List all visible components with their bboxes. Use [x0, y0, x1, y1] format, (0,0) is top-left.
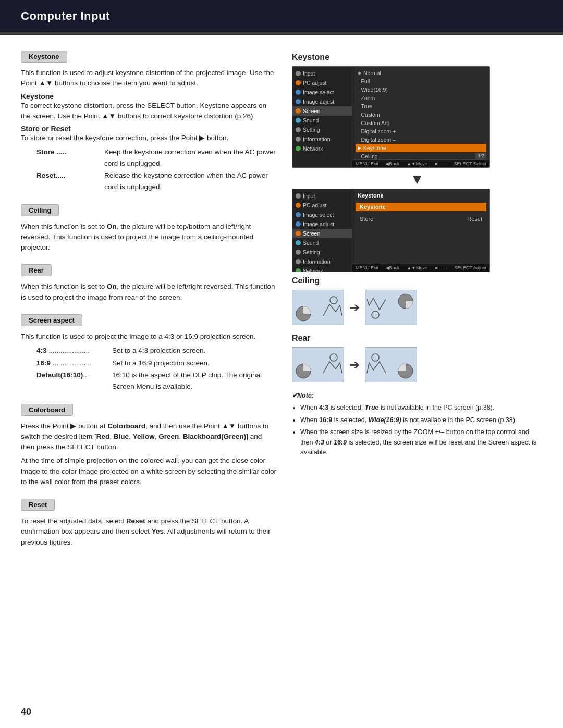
aspect-4x3-text: Set to a 4:3 projection screen. — [112, 345, 205, 356]
ceiling-diagram-section: Ceiling ➔ — [292, 276, 542, 325]
colorboard-badge: Colorboard — [21, 404, 73, 416]
s2-imageadjust-label: Image adjust — [303, 221, 334, 227]
sidebar-screen-label: Screen — [303, 108, 320, 114]
rear-section: Rear When this function is set to On, th… — [21, 264, 276, 303]
keystone-section: Keystone This function is used to adjust… — [21, 51, 276, 193]
sidebar-imageselect: Image select — [292, 88, 352, 97]
screen-aspect-section: Screen aspect This function is used to p… — [21, 314, 276, 392]
main-content: Keystone This function is used to adjust… — [0, 35, 563, 575]
sidebar-network: Network — [292, 144, 352, 153]
menu-item-customadj: Custom Adj. — [356, 119, 486, 127]
menu-sidebar-2: Input PC adjust Image select Image adjus… — [292, 189, 352, 272]
sidebar-2-sound: Sound — [292, 238, 352, 248]
ceiling-after-diagram — [365, 290, 417, 325]
menu-bottom-bar-1: MENU Exit ◀Back ▲▼Move ►----- SELECT Sel… — [352, 159, 489, 167]
reset-para: To reset the adjusted data, select Reset… — [21, 516, 276, 548]
store-reset-label: Store or Reset — [21, 125, 276, 133]
aspect-4x3-row: 4:3 ..................... Set to a 4:3 p… — [36, 345, 276, 356]
keystone-sub-label: Keystone — [21, 92, 276, 101]
colorboard-para-2: At the time of simple projection on the … — [21, 455, 276, 487]
sidebar-2-screen: Screen — [292, 229, 352, 238]
menu-page-num: 1/2 — [475, 153, 486, 159]
menu-item-full: Full — [356, 77, 486, 85]
s2-bottom-arrow: ►----- — [435, 265, 447, 270]
note-item-3: When the screen size is resized by the Z… — [300, 427, 542, 458]
aspect-default-label: Default(16:10).... — [36, 369, 112, 392]
store-row: Store ..... Keep the keystone correction… — [36, 146, 276, 169]
note-item-1: When 4:3 is selected, True is not availa… — [300, 403, 542, 413]
store-label: Store ..... — [36, 146, 104, 169]
reset-label: Reset..... — [36, 170, 104, 192]
ceiling-section: Ceiling When this function is set to On,… — [21, 204, 276, 253]
s2-imageselect-icon — [296, 212, 301, 217]
store-reset-points: Store ..... Keep the keystone correction… — [21, 146, 276, 192]
network-icon — [296, 146, 301, 151]
imageadjust-icon — [296, 99, 301, 104]
s2-imageselect-label: Image select — [303, 212, 334, 218]
ceiling-diagram-row: ➔ — [292, 290, 542, 325]
sidebar-2-input: Input — [292, 191, 352, 201]
sub-menu-header-label: Keystone — [356, 191, 486, 200]
sub-menu-store: Store — [360, 216, 373, 222]
ceiling-arrow-icon: ➔ — [349, 300, 360, 315]
s2-bottom-exit: MENU Exit — [356, 265, 378, 270]
screen-aspect-para: This function is used to project the ima… — [21, 331, 276, 342]
s2-pcadjust-icon — [296, 203, 301, 208]
note-box: ✔Note: When 4:3 is selected, True is not… — [292, 391, 542, 458]
menu-item-dzoomplus: Digital zoom + — [356, 127, 486, 135]
colorboard-section: Colorboard Press the Point ▶ button at C… — [21, 404, 276, 488]
menu-sidebar-1: Input PC adjust Image select Image adjus… — [292, 67, 352, 167]
menu-item-zoom: Zoom — [356, 94, 486, 102]
sidebar-setting: Setting — [292, 125, 352, 134]
sidebar-2-imageadjust: Image adjust — [292, 219, 352, 229]
sidebar-information: Information — [292, 134, 352, 144]
sidebar-2-network: Network — [292, 266, 352, 272]
sidebar-pcadjust-label: PC adjust — [303, 80, 327, 86]
pcadjust-icon — [296, 80, 301, 85]
sidebar-2-imageselect: Image select — [292, 210, 352, 219]
s2-imageadjust-icon — [296, 221, 301, 227]
screen-icon — [296, 108, 301, 114]
s2-screen-icon — [296, 231, 301, 236]
sidebar-setting-label: Setting — [303, 127, 320, 133]
store-text: Keep the keystone correction even when t… — [104, 146, 276, 169]
page-title: Computer Input — [21, 9, 542, 23]
rear-right-title: Rear — [292, 334, 542, 343]
reset-badge: Reset — [21, 499, 55, 511]
menu-item-custom: Custom — [356, 110, 486, 119]
sidebar-screen: Screen — [292, 106, 352, 116]
sub-menu-content: Keystone Keystone Store Reset MENU Exit … — [352, 189, 489, 272]
sidebar-network-label: Network — [303, 145, 323, 152]
rear-before-diagram — [292, 347, 344, 382]
sidebar-imageselect-label: Image select — [303, 89, 334, 95]
sidebar-2-information: Information — [292, 257, 352, 266]
sidebar-input-label: Input — [303, 70, 315, 77]
sidebar-2-pcadjust: PC adjust — [292, 201, 352, 210]
s2-setting-label: Setting — [303, 249, 320, 255]
aspect-16x9-text: Set to a 16:9 projection screen. — [112, 357, 210, 369]
s2-information-label: Information — [303, 258, 331, 265]
rear-diagram-row: ➔ — [292, 347, 542, 382]
screen-aspect-badge: Screen aspect — [21, 314, 82, 326]
s2-input-label: Input — [303, 193, 315, 199]
menu-item-normal: ◆Normal — [356, 69, 486, 77]
aspect-16x9-label: 16:9 .................... — [36, 357, 112, 369]
rear-diagram-section: Rear ➔ — [292, 334, 542, 382]
sidebar-2-setting: Setting — [292, 248, 352, 257]
setting-icon — [296, 127, 301, 132]
right-column: Keystone Input PC adjust Image select — [292, 51, 542, 559]
bottom-move: ▲▼Move — [407, 161, 427, 166]
sidebar-imageadjust: Image adjust — [292, 97, 352, 106]
sound-icon — [296, 118, 301, 123]
s2-bottom-move: ▲▼Move — [407, 265, 427, 270]
sidebar-pcadjust: PC adjust — [292, 78, 352, 88]
ceiling-para: When this function is set to On, the pic… — [21, 221, 276, 253]
sidebar-input: Input — [292, 69, 352, 78]
s2-network-label: Network — [303, 268, 323, 272]
ceiling-right-title: Ceiling — [292, 276, 542, 286]
sidebar-sound-label: Sound — [303, 117, 319, 124]
keystone-menu-screenshot-1: Input PC adjust Image select Image adjus… — [292, 66, 490, 168]
note-list: When 4:3 is selected, True is not availa… — [300, 403, 542, 458]
arrow-down-icon: ▼ — [292, 172, 542, 187]
aspect-default-row: Default(16:10).... 16:10 is the aspect o… — [36, 369, 276, 392]
